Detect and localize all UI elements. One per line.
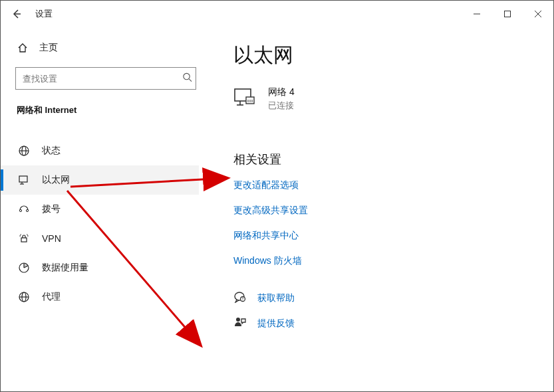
sidebar-item-status[interactable]: 状态: [1, 136, 199, 165]
svg-rect-10: [19, 176, 27, 182]
main-panel: 以太网 网络 4 已连接 相关设置 更改适配器选项 更改高级共享设置 网络和共享…: [213, 27, 553, 391]
maximize-icon: [504, 11, 511, 17]
titlebar: 设置: [1, 1, 553, 27]
network-status-text: 网络 4 已连接: [268, 86, 295, 112]
home-label: 主页: [39, 42, 58, 54]
link-network-center[interactable]: 网络和共享中心: [233, 230, 299, 242]
minimize-icon: [474, 11, 480, 17]
sidebar-item-data[interactable]: 数据使用量: [1, 253, 199, 282]
back-button[interactable]: [6, 3, 27, 25]
search-box: [15, 67, 199, 90]
link-advanced-sharing[interactable]: 更改高级共享设置: [233, 205, 308, 217]
content: 主页 网络和 Internet 状态 以太网: [1, 27, 553, 391]
help-icon: ?: [233, 291, 247, 306]
maximize-button[interactable]: [492, 1, 523, 27]
sidebar-item-label: 以太网: [42, 174, 184, 186]
sidebar-item-label: VPN: [42, 233, 184, 244]
page-title: 以太网: [233, 42, 533, 69]
svg-text:?: ?: [242, 297, 244, 301]
network-name: 网络 4: [268, 86, 295, 98]
link-firewall[interactable]: Windows 防火墙: [233, 255, 302, 267]
search-input[interactable]: [15, 67, 196, 90]
network-status-row[interactable]: 网络 4 已连接: [233, 86, 533, 112]
globe-icon: [18, 145, 30, 157]
data-usage-icon: [18, 262, 30, 274]
nav-list: 状态 以太网 拨号 VPN: [1, 136, 199, 312]
help-link[interactable]: 获取帮助: [257, 292, 295, 304]
related-header: 相关设置: [233, 151, 533, 167]
dialup-icon: [18, 203, 30, 215]
home-icon: [17, 42, 29, 54]
arrow-left-icon: [11, 9, 22, 19]
sidebar-item-vpn[interactable]: VPN: [1, 224, 199, 253]
sidebar-item-ethernet[interactable]: 以太网: [1, 165, 199, 195]
network-state: 已连接: [268, 100, 295, 112]
help-row: ? 获取帮助: [233, 291, 533, 306]
minimize-button[interactable]: [462, 1, 492, 27]
svg-point-32: [236, 318, 240, 322]
ethernet-icon: [18, 174, 30, 186]
svg-point-14: [26, 209, 28, 211]
close-button[interactable]: [523, 1, 553, 27]
svg-point-13: [19, 209, 21, 211]
sidebar-item-dialup[interactable]: 拨号: [1, 195, 199, 224]
sidebar-item-label: 状态: [42, 145, 184, 157]
feedback-row: 提供反馈: [233, 316, 533, 331]
sidebar-item-label: 拨号: [42, 203, 184, 215]
window-controls: [462, 1, 553, 27]
svg-rect-2: [505, 11, 511, 17]
window-title: 设置: [35, 8, 53, 20]
vpn-icon: [18, 233, 30, 245]
sidebar: 主页 网络和 Internet 状态 以太网: [1, 27, 213, 391]
link-adapter-options[interactable]: 更改适配器选项: [233, 179, 299, 191]
sidebar-item-label: 代理: [42, 291, 184, 303]
svg-rect-15: [21, 238, 27, 242]
proxy-icon: [18, 291, 30, 303]
section-header: 网络和 Internet: [15, 104, 199, 116]
feedback-icon: [233, 316, 247, 331]
sidebar-item-proxy[interactable]: 代理: [1, 282, 199, 312]
feedback-link[interactable]: 提供反馈: [257, 318, 295, 330]
home-button[interactable]: 主页: [15, 39, 199, 56]
sidebar-item-label: 数据使用量: [42, 262, 184, 274]
ethernet-monitor-icon: [233, 88, 256, 110]
close-icon: [535, 11, 541, 17]
